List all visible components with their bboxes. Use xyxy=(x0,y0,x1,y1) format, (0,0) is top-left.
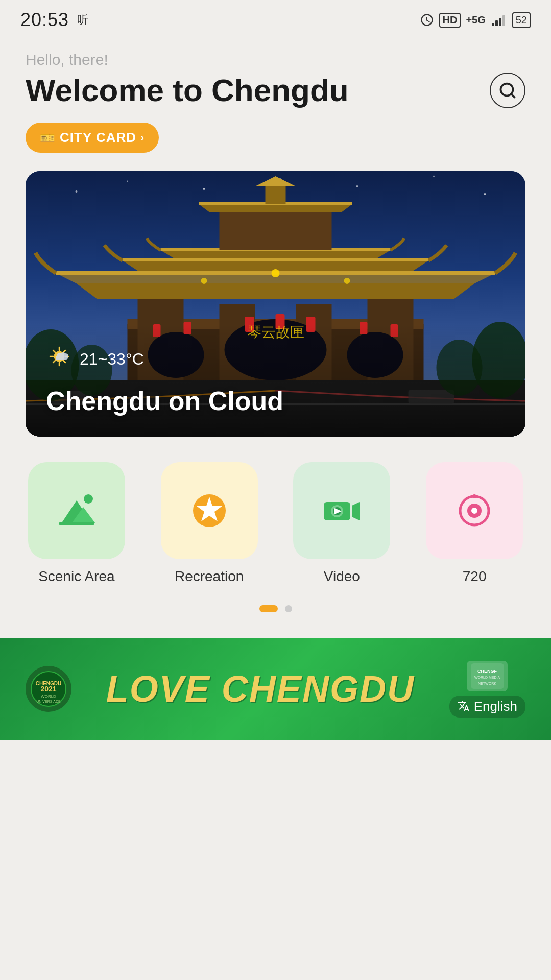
category-item-recreation[interactable]: Recreation xyxy=(148,462,271,585)
video-icon-box xyxy=(293,462,390,559)
banner-english-text: English xyxy=(474,699,517,714)
svg-marker-36 xyxy=(161,250,391,258)
svg-point-43 xyxy=(272,269,280,277)
720-icon-box xyxy=(426,462,523,559)
svg-text:NETWORK: NETWORK xyxy=(478,682,496,685)
category-item-video[interactable]: Video xyxy=(281,462,403,585)
weather-temp: 21~33°C xyxy=(80,350,144,369)
weather-icon xyxy=(46,343,73,375)
city-card-arrow: › xyxy=(140,131,145,145)
svg-text:CHENGF: CHENGF xyxy=(477,668,497,674)
listen-icon: 听 xyxy=(77,12,88,28)
banner-english-section[interactable]: English xyxy=(449,696,525,718)
pagination-dots xyxy=(0,605,551,612)
scenic-area-icon xyxy=(54,488,100,534)
category-item-720[interactable]: 720 xyxy=(413,462,536,585)
svg-rect-69 xyxy=(59,522,94,525)
svg-rect-35 xyxy=(123,258,429,261)
banner-content: CHENGDU 2021 WORLD UNIVERSIADE LOVE CHEN… xyxy=(0,661,551,718)
svg-point-13 xyxy=(484,193,486,195)
battery-icon: 52 xyxy=(512,12,531,28)
video-label: Video xyxy=(324,568,360,585)
recreation-icon-box xyxy=(161,462,258,559)
video-icon xyxy=(319,488,365,534)
main-title: Welcome to Chengdu xyxy=(26,73,349,108)
svg-marker-76 xyxy=(352,502,360,520)
svg-rect-1 xyxy=(495,20,498,26)
svg-marker-31 xyxy=(77,283,475,299)
bottom-banner[interactable]: CHENGDU 2021 WORLD UNIVERSIADE LOVE CHEN… xyxy=(0,638,551,740)
720-icon xyxy=(451,488,497,534)
svg-point-44 xyxy=(201,278,207,284)
city-card-label: CITY CARD xyxy=(60,130,136,146)
search-icon xyxy=(498,81,517,100)
category-grid: Scenic Area Recreation xyxy=(15,462,536,585)
alarm-icon xyxy=(420,13,434,27)
city-card-icon: 🎫 xyxy=(40,131,56,145)
pagination-dot-2[interactable] xyxy=(285,605,292,612)
svg-text:WORLD: WORLD xyxy=(41,694,56,699)
svg-text:2021: 2021 xyxy=(40,685,56,693)
banner-left: CHENGDU 2021 WORLD UNIVERSIADE xyxy=(26,666,71,712)
city-card-button[interactable]: 🎫 CITY CARD › xyxy=(26,123,159,153)
svg-text:WORLD MEDIA: WORLD MEDIA xyxy=(474,676,500,679)
hero-card[interactable]: 琴云故匣 xyxy=(26,171,525,437)
720-label: 720 xyxy=(463,568,487,585)
status-icons: HD +5G 52 xyxy=(420,12,531,28)
svg-point-45 xyxy=(344,278,350,284)
title-row: Welcome to Chengdu xyxy=(26,73,525,108)
svg-text:UNIVERSIADE: UNIVERSIADE xyxy=(36,700,61,703)
translate-icon xyxy=(458,700,470,712)
hero-weather: 21~33°C xyxy=(46,343,144,375)
category-section: Scenic Area Recreation xyxy=(0,462,551,585)
signal-icon: +5G xyxy=(466,14,485,26)
search-button[interactable] xyxy=(490,73,525,108)
svg-point-9 xyxy=(203,188,205,190)
svg-point-79 xyxy=(471,508,477,514)
status-time: 20:53 xyxy=(20,9,69,31)
svg-point-11 xyxy=(356,185,358,187)
main-content: Hello, there! Welcome to Chengdu 🎫 CITY … xyxy=(0,36,551,437)
category-item-scenic-area[interactable]: Scenic Area xyxy=(15,462,138,585)
recreation-label: Recreation xyxy=(175,568,244,585)
svg-line-65 xyxy=(53,361,55,363)
svg-point-68 xyxy=(84,494,93,504)
svg-rect-2 xyxy=(499,18,501,26)
svg-rect-41 xyxy=(266,186,286,204)
signal-bars-icon xyxy=(491,14,507,26)
pagination-dot-1[interactable] xyxy=(259,605,278,612)
scenic-area-label: Scenic Area xyxy=(38,568,114,585)
svg-rect-3 xyxy=(502,15,505,26)
banner-chengf-logo: CHENGF WORLD MEDIA NETWORK xyxy=(467,661,508,691)
svg-line-64 xyxy=(63,350,65,352)
status-bar: 20:53 听 HD +5G 52 xyxy=(0,0,551,36)
greeting-text: Hello, there! xyxy=(26,51,525,68)
svg-line-63 xyxy=(63,361,65,363)
banner-logo: CHENGDU 2021 WORLD UNIVERSIADE xyxy=(26,666,71,712)
svg-rect-56 xyxy=(26,324,525,437)
svg-point-12 xyxy=(433,176,435,177)
svg-point-8 xyxy=(127,181,128,182)
scenic-area-icon-box xyxy=(28,462,125,559)
banner-right: CHENGF WORLD MEDIA NETWORK English xyxy=(449,661,525,718)
hero-subtitle: Chengdu on Cloud xyxy=(46,386,283,416)
svg-rect-0 xyxy=(492,23,494,26)
svg-rect-38 xyxy=(220,212,332,250)
svg-marker-39 xyxy=(199,204,352,212)
svg-point-80 xyxy=(472,494,476,498)
recreation-icon xyxy=(186,488,232,534)
hd-badge: HD xyxy=(439,13,461,28)
banner-main-text: LOVE CHENGDU xyxy=(106,668,415,710)
svg-point-7 xyxy=(76,190,78,193)
svg-line-5 xyxy=(511,94,515,98)
svg-line-62 xyxy=(53,350,55,352)
